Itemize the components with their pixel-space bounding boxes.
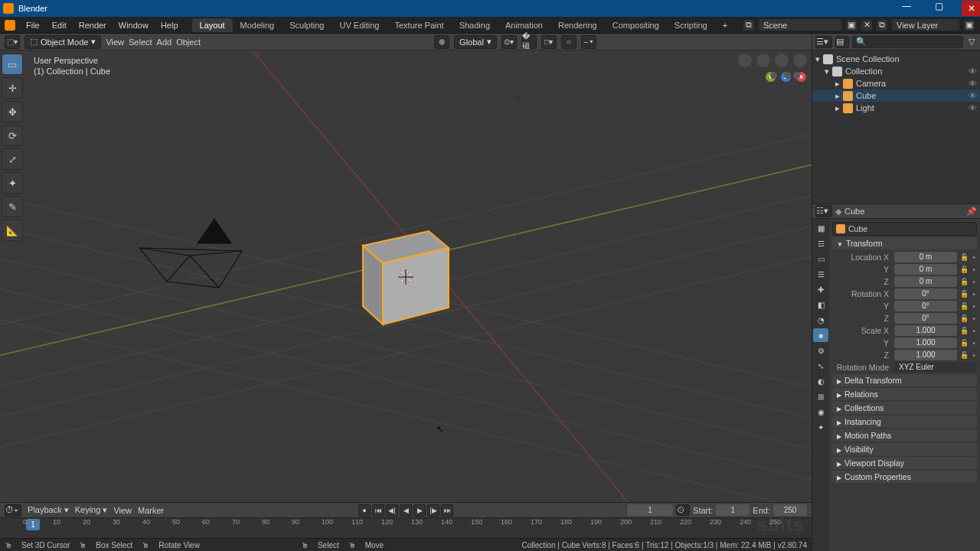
cursor-tool[interactable]: ✛ — [2, 77, 23, 99]
preview-range-button[interactable]: ⏲ — [676, 504, 690, 516]
pin-icon[interactable]: 📌 — [966, 207, 977, 217]
outliner-tree[interactable]: ▾Scene Collection ▾Collection👁 ▸Camera👁▸… — [812, 51, 980, 204]
transform-tool[interactable]: ✦ — [2, 172, 23, 194]
motion-paths-header[interactable]: ▶Motion Paths — [832, 429, 977, 442]
select-menu[interactable]: Select — [129, 37, 152, 47]
transform-orientation[interactable]: Global ▾ — [454, 35, 497, 49]
current-frame-field[interactable]: 1 — [627, 504, 673, 516]
tab-uv-editing[interactable]: UV Editing — [332, 18, 387, 32]
annotate-tool[interactable]: ✎ — [2, 196, 23, 217]
timeline-editor-button[interactable]: ⏱▾ — [5, 504, 21, 517]
transform-section-header[interactable]: ▼Transform — [832, 237, 977, 249]
visibility-toggle[interactable]: 👁 — [969, 103, 977, 112]
play-reverse-button[interactable]: ◀ — [400, 504, 412, 517]
pivot-button[interactable]: ⊙▾ — [501, 35, 517, 49]
close-button[interactable]: ✕ — [962, 1, 980, 16]
scale-x-field[interactable]: 1.000 — [894, 325, 957, 336]
start-frame-field[interactable]: 1 — [716, 504, 750, 516]
axis-gizmo[interactable]: Z X Y — [766, 72, 807, 113]
prop-tab-12[interactable]: ◉ — [813, 405, 828, 419]
location-y-field[interactable]: 0 m — [894, 264, 957, 275]
prop-tab-8[interactable]: ⚙ — [813, 344, 828, 357]
object-menu[interactable]: Object — [176, 37, 201, 47]
rotation-x-field[interactable]: 0° — [894, 289, 957, 299]
scene-name-field[interactable]: Scene — [758, 18, 842, 31]
relations-header[interactable]: ▶Relations — [832, 388, 977, 400]
mode-selector[interactable]: ⬚Object Mode ▾ — [24, 35, 101, 49]
instancing-header[interactable]: ▶Instancing — [832, 416, 977, 428]
view-camera-icon[interactable] — [738, 54, 752, 67]
menu-render[interactable]: Render — [73, 21, 113, 30]
prop-tab-9[interactable]: ⤡ — [813, 359, 828, 373]
tab-animation[interactable]: Animation — [498, 18, 550, 32]
tab-texture-paint[interactable]: Texture Paint — [387, 18, 451, 32]
timeline-view-menu[interactable]: View — [113, 506, 132, 515]
outliner-display-mode[interactable]: ▤ — [835, 36, 849, 48]
orientation-icon[interactable]: ⊕ — [434, 35, 449, 49]
menu-window[interactable]: Window — [113, 21, 155, 30]
menu-help[interactable]: Help — [155, 21, 185, 30]
tab-compositing[interactable]: Compositing — [605, 18, 667, 32]
rotation-z-field[interactable]: 0° — [894, 313, 957, 324]
scene-delete-button[interactable]: ✕ — [861, 19, 873, 31]
scale-z-field[interactable]: 1.000 — [894, 350, 957, 360]
prop-tab-2[interactable]: ▭ — [813, 252, 828, 266]
outliner-item-camera[interactable]: ▸Camera👁 — [812, 77, 980, 90]
tab-modeling[interactable]: Modeling — [233, 18, 283, 32]
viewlayer-browse-icon[interactable]: ⧉ — [876, 19, 888, 31]
add-workspace-button[interactable]: + — [723, 21, 727, 30]
properties-panel[interactable]: Cube ▼Transform Location X0 m🔓• Y0 m🔓• Z… — [829, 219, 980, 551]
measure-tool[interactable]: 📐 — [2, 220, 23, 241]
location-x-field[interactable]: 0 m — [894, 252, 957, 262]
editor-type-button[interactable]: ⬚▾ — [5, 35, 20, 49]
view-perspective-icon[interactable] — [756, 54, 770, 67]
scale-y-field[interactable]: 1.000 — [894, 337, 957, 348]
scene-browse-icon[interactable]: ⧉ — [743, 19, 755, 31]
prop-tab-5[interactable]: ◧ — [813, 298, 828, 311]
collections-header[interactable]: ▶Collections — [832, 402, 977, 414]
proportional-edit-button[interactable]: ○ — [561, 35, 577, 49]
add-menu[interactable]: Add — [157, 37, 172, 47]
lock-icon[interactable]: 🔓 — [959, 253, 969, 261]
maximize-button[interactable]: ▢ — [929, 1, 948, 16]
outliner-item-light[interactable]: ▸Light👁 — [812, 102, 980, 114]
playback-menu[interactable]: Playback ▾ — [28, 505, 69, 515]
prop-tab-4[interactable]: ✚ — [813, 282, 828, 296]
viewport-display-header[interactable]: ▶Viewport Display — [832, 457, 977, 469]
prop-tab-6[interactable]: ◔ — [813, 313, 828, 327]
visibility-toggle[interactable]: 👁 — [969, 67, 977, 76]
viewport-nav-gizmo[interactable]: Z X Y — [738, 54, 807, 113]
autokey-button[interactable]: ● — [358, 504, 371, 517]
view-menu[interactable]: View — [106, 37, 124, 47]
menu-edit[interactable]: Edit — [46, 21, 73, 30]
location-z-field[interactable]: 0 m — [894, 276, 957, 287]
minimize-button[interactable]: — — [897, 1, 916, 16]
rotation-mode-select[interactable]: XYZ Euler — [894, 362, 977, 373]
prop-tab-0[interactable]: ▦ — [813, 221, 828, 235]
visibility-toggle[interactable]: 👁 — [969, 91, 977, 100]
outliner-editor-button[interactable]: ☰▾ — [815, 36, 832, 48]
jump-start-button[interactable]: ⏮ — [372, 504, 384, 517]
snap-button[interactable]: �磁 — [521, 35, 537, 49]
snap-target-button[interactable]: □▾ — [541, 35, 557, 49]
viewlayer-name-field[interactable]: View Layer — [891, 18, 960, 31]
custom-properties-header[interactable]: ▶Custom Properties — [832, 471, 977, 483]
proportional-falloff-button[interactable]: ⌢▾ — [581, 35, 596, 49]
tab-layout[interactable]: Layout — [192, 18, 233, 32]
rotate-tool[interactable]: ⟳ — [2, 125, 23, 146]
play-button[interactable]: ▶ — [413, 504, 426, 517]
jump-end-button[interactable]: ⏭ — [441, 504, 453, 517]
visibility-toggle[interactable]: 👁 — [969, 79, 977, 88]
object-name-field[interactable]: Cube — [832, 222, 977, 236]
prop-tab-7[interactable]: ■ — [813, 328, 828, 342]
viewlayer-new-button[interactable]: ▣ — [963, 19, 975, 31]
playhead[interactable]: 1 — [26, 519, 40, 530]
outliner-filter-button[interactable]: ▽ — [966, 37, 977, 47]
tab-shading[interactable]: Shading — [452, 18, 498, 32]
scale-tool[interactable]: ⤢ — [2, 148, 23, 170]
view-zoom-icon[interactable] — [793, 54, 807, 67]
prop-tab-11[interactable]: ⊞ — [813, 390, 828, 403]
outliner-item-cube[interactable]: ▸Cube👁 — [812, 90, 980, 102]
select-box-tool[interactable]: ▭ — [2, 54, 23, 75]
properties-editor-button[interactable]: ☷▾ — [815, 205, 832, 217]
